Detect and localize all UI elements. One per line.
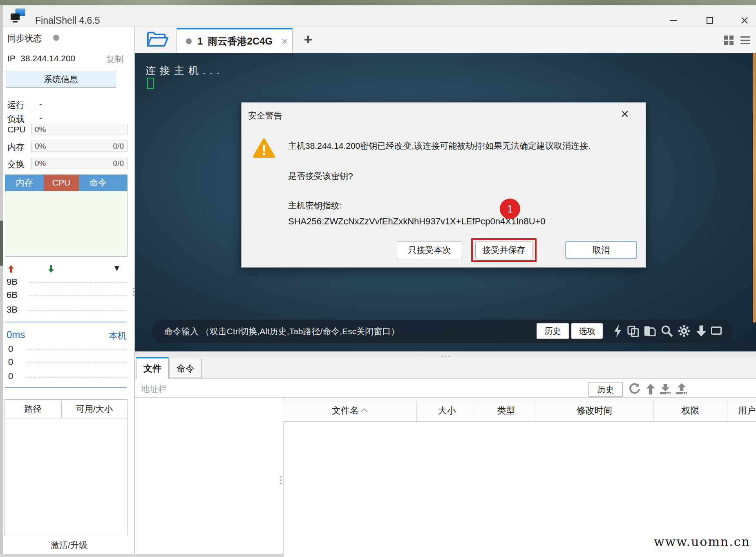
sidebar: 同步状态 IP 38.244.14.200 复制 系统信息 运行 - 负载 - …	[3, 27, 135, 554]
cancel-button[interactable]: 取消	[565, 241, 637, 259]
sync-status-dot-icon	[53, 35, 59, 41]
bottom-edge-strip	[0, 554, 283, 557]
open-folder-icon	[145, 31, 169, 49]
disk-table-header: 路径 可用/大小	[4, 400, 127, 418]
disk-col-size[interactable]: 可用/大小	[62, 400, 127, 418]
copy-ip-button[interactable]: 复制	[106, 54, 123, 65]
accept-once-button[interactable]: 只接受本次	[397, 241, 462, 259]
dialog-message-line2: 是否接受该密钥?	[288, 170, 353, 182]
column-modified[interactable]: 修改时间	[535, 400, 654, 421]
column-type[interactable]: 类型	[477, 400, 535, 421]
terminal-cursor	[147, 78, 154, 89]
net-gridline	[29, 295, 127, 296]
bottom-tab-bar: 文件 命令	[135, 357, 756, 379]
monitor-tab-filler	[117, 174, 127, 191]
column-permissions[interactable]: 权限	[654, 400, 727, 421]
ping-gridline	[26, 377, 127, 378]
local-host-label[interactable]: 本机	[109, 330, 127, 342]
column-filename[interactable]: 文件名	[283, 400, 417, 421]
download-arrow-icon	[47, 264, 55, 273]
command-options-button[interactable]: 选项	[571, 323, 603, 339]
monitor-tab-command[interactable]: 命令	[79, 174, 117, 191]
tab-close-button[interactable]: ×	[282, 35, 288, 48]
close-button[interactable]	[736, 14, 754, 27]
terminal-scrollbar[interactable]	[753, 53, 756, 322]
ping-gridline	[26, 362, 127, 363]
up-arrow-icon[interactable]	[646, 383, 655, 395]
download-file-icon[interactable]	[659, 383, 672, 395]
cpu-gauge-label: CPU	[7, 125, 25, 134]
paste-icon[interactable]	[643, 325, 656, 337]
new-tab-button[interactable]: +	[300, 31, 316, 49]
dialog-close-button[interactable]: ×	[621, 106, 629, 122]
column-owner[interactable]: 用户	[727, 400, 756, 421]
tab-files[interactable]: 文件	[136, 357, 169, 379]
ping-scale-2: 0	[8, 371, 13, 382]
activate-upgrade-link[interactable]: 激活/升级	[3, 539, 135, 551]
memory-gauge-label: 内存	[7, 141, 25, 153]
command-input[interactable]: 命令输入 （双击Ctrl切换,Alt历史,Tab路径/命令,Esc关闭窗口）	[164, 326, 399, 337]
command-history-button[interactable]: 历史	[537, 323, 569, 339]
memory-gauge-bar: 0% 0/0	[31, 141, 127, 152]
connection-manager-button[interactable]	[137, 27, 177, 53]
sidebar-drag-handle[interactable]	[133, 286, 134, 298]
accept-and-save-button[interactable]: 接受并保存	[475, 241, 532, 259]
upload-file-icon[interactable]	[675, 383, 688, 395]
watermark: www.uomn.cn	[654, 535, 752, 549]
layout-grid-icon[interactable]	[724, 36, 734, 45]
fingerprint-label: 主机密钥指纹:	[288, 200, 342, 211]
search-icon[interactable]	[660, 324, 673, 338]
disk-table: 路径 可用/大小	[4, 399, 127, 536]
address-input[interactable]: 地址栏	[141, 383, 167, 395]
load-label: 负载	[7, 113, 25, 125]
sort-ascending-icon	[361, 408, 368, 415]
copy-icon[interactable]	[627, 325, 640, 337]
desktop-wallpaper-strip	[0, 0, 756, 5]
uptime-label: 运行	[7, 99, 25, 111]
system-info-button[interactable]: 系统信息	[6, 71, 116, 88]
finalshell-window: FinalShell 4.6.5 同步状态 IP 38.244.14.200 复…	[0, 0, 756, 557]
swap-gauge-bar: 0% 0/0	[31, 158, 127, 169]
tab-commands[interactable]: 命令	[170, 359, 201, 378]
session-tab-bar: 1 雨云香港2C4G × +	[135, 27, 756, 53]
column-filename-label: 文件名	[332, 405, 359, 417]
memory-gauge-percent: 0%	[35, 142, 46, 151]
close-icon	[741, 17, 748, 24]
wallpaper-peek	[0, 221, 3, 266]
net-scale-3b: 3B	[7, 304, 18, 315]
ip-label: IP	[7, 54, 16, 63]
terminal-connecting-text: 连接主机...	[145, 64, 224, 77]
maximize-button[interactable]	[701, 14, 719, 27]
uptime-value: -	[39, 99, 42, 109]
monitor-tab-cpu[interactable]: CPU	[44, 174, 79, 191]
app-logo-icon	[11, 9, 25, 22]
disk-col-path[interactable]: 路径	[4, 400, 62, 418]
menu-icon[interactable]	[740, 36, 750, 46]
memory-gauge-ratio: 0/0	[113, 142, 124, 151]
ping-gridline	[26, 349, 127, 350]
window-title: FinalShell 4.6.5	[35, 15, 100, 26]
monitor-tab-strip: 内存 CPU 命令	[5, 174, 127, 191]
gear-icon[interactable]	[678, 324, 691, 338]
fullscreen-icon[interactable]	[711, 327, 722, 335]
download-icon[interactable]	[696, 325, 707, 337]
minimize-icon	[670, 20, 677, 21]
ping-value: 0ms	[7, 329, 25, 340]
net-scale-6b: 6B	[7, 290, 18, 300]
tab-session-active[interactable]: 1 雨云香港2C4G ×	[177, 28, 293, 53]
net-dropdown-arrow-icon[interactable]: ▼	[113, 264, 121, 273]
refresh-icon[interactable]	[629, 383, 641, 395]
address-history-button[interactable]: 历史	[588, 382, 623, 397]
window-left-edge	[0, 5, 3, 557]
command-input-bar: 命令输入 （双击Ctrl切换,Alt历史,Tab路径/命令,Esc关闭窗口） 历…	[152, 320, 733, 343]
minimize-button[interactable]	[664, 14, 682, 27]
dialog-message-line1: 主机38.244.14.200密钥已经改变,该连接可能被劫持!如果无法确定建议取…	[288, 140, 640, 152]
lightning-icon[interactable]	[612, 324, 623, 338]
divider-drag-handle[interactable]	[280, 474, 282, 486]
monitor-tab-memory[interactable]: 内存	[5, 174, 44, 191]
sync-status-label: 同步状态	[7, 33, 42, 44]
annotation-step-badge: 1	[500, 199, 520, 219]
dialog-title: 安全警告	[248, 110, 282, 121]
column-size[interactable]: 大小	[417, 400, 477, 421]
cpu-gauge-percent: 0%	[35, 125, 46, 134]
